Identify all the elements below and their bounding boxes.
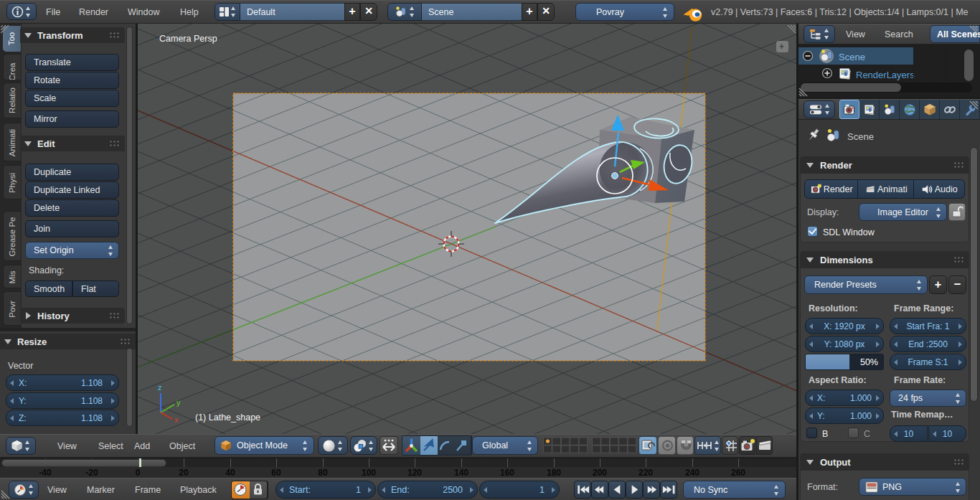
svg-text:(1) Lathe_shape: (1) Lathe_shape (195, 412, 260, 423)
svg-text:+: + (779, 42, 784, 52)
svg-text:Camera Persp: Camera Persp (159, 34, 217, 44)
svg-text:y: y (176, 398, 181, 407)
svg-text:z: z (158, 383, 162, 392)
svg-text:x: x (174, 415, 179, 424)
